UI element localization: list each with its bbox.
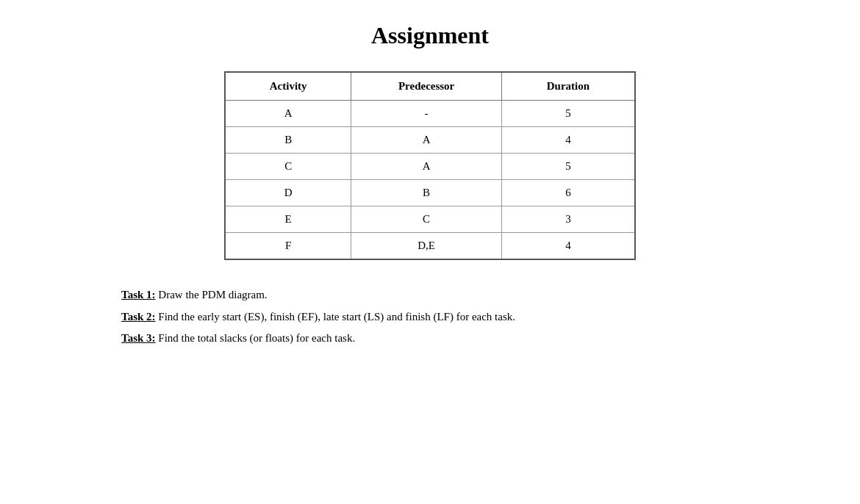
table-header-row: Activity Predecessor Duration bbox=[225, 72, 635, 101]
task-3-label: Task 3: bbox=[121, 332, 156, 344]
cell-activity: D bbox=[225, 180, 351, 206]
task-2-label: Task 2: bbox=[121, 311, 156, 323]
table-row: A-5 bbox=[225, 101, 635, 127]
activity-table: Activity Predecessor Duration A-5BA4CA5D… bbox=[224, 71, 636, 260]
col-header-predecessor: Predecessor bbox=[351, 72, 501, 101]
task-2-text: Find the early start (ES), finish (EF), … bbox=[156, 311, 515, 323]
task-1-label: Task 1: bbox=[121, 289, 156, 300]
cell-predecessor: - bbox=[351, 101, 501, 127]
cell-duration: 3 bbox=[501, 206, 635, 233]
table-row: BA4 bbox=[225, 127, 635, 154]
cell-duration: 6 bbox=[501, 180, 635, 206]
cell-duration: 5 bbox=[501, 154, 635, 180]
table-wrapper: Activity Predecessor Duration A-5BA4CA5D… bbox=[99, 71, 761, 260]
cell-activity: F bbox=[225, 233, 351, 260]
cell-duration: 4 bbox=[501, 233, 635, 260]
tasks-section: Task 1: Draw the PDM diagram. Task 2: Fi… bbox=[121, 286, 761, 348]
col-header-duration: Duration bbox=[501, 72, 635, 101]
cell-predecessor: A bbox=[351, 127, 501, 154]
task-1-text: Draw the PDM diagram. bbox=[156, 289, 268, 300]
page-container: Assignment Activity Predecessor Duration… bbox=[99, 15, 761, 351]
table-row: DB6 bbox=[225, 180, 635, 206]
task-2-line: Task 2: Find the early start (ES), finis… bbox=[121, 308, 761, 327]
task-1-line: Task 1: Draw the PDM diagram. bbox=[121, 286, 761, 305]
cell-duration: 4 bbox=[501, 127, 635, 154]
cell-activity: A bbox=[225, 101, 351, 127]
table-row: EC3 bbox=[225, 206, 635, 233]
task-3-text: Find the total slacks (or floats) for ea… bbox=[156, 332, 356, 344]
cell-duration: 5 bbox=[501, 101, 635, 127]
table-row: CA5 bbox=[225, 154, 635, 180]
cell-predecessor: C bbox=[351, 206, 501, 233]
page-title: Assignment bbox=[99, 22, 761, 49]
cell-predecessor: A bbox=[351, 154, 501, 180]
cell-activity: E bbox=[225, 206, 351, 233]
cell-predecessor: D,E bbox=[351, 233, 501, 260]
cell-predecessor: B bbox=[351, 180, 501, 206]
cell-activity: C bbox=[225, 154, 351, 180]
cell-activity: B bbox=[225, 127, 351, 154]
task-3-line: Task 3: Find the total slacks (or floats… bbox=[121, 329, 761, 348]
col-header-activity: Activity bbox=[225, 72, 351, 101]
table-row: FD,E4 bbox=[225, 233, 635, 260]
